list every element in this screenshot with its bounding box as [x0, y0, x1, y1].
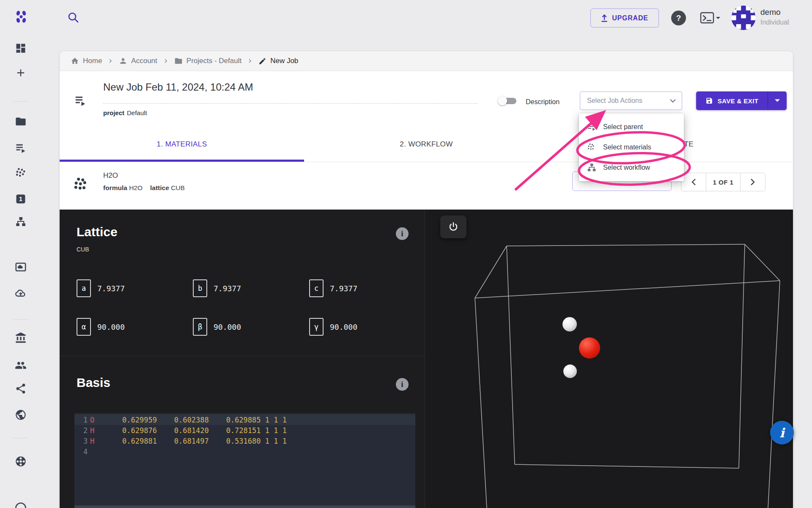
structure-viewer-canvas[interactable]: i [425, 210, 793, 508]
sidebar-item-workflows[interactable] [15, 216, 27, 228]
param-value: 7.9377 [214, 284, 241, 293]
job-title: New Job Feb 11, 2024, 10:24 AM [103, 81, 253, 93]
wheel-icon [15, 456, 27, 467]
lattice-param-b[interactable]: b 7.9377 [193, 279, 241, 297]
search-icon[interactable] [67, 11, 80, 24]
share-icon [15, 383, 27, 395]
element-symbol: H [90, 437, 122, 445]
param-value: 90.000 [97, 323, 125, 331]
project-label: project [103, 109, 124, 116]
lattice-param-gamma[interactable]: γ 90.000 [309, 318, 357, 336]
breadcrumb-home[interactable]: Home [71, 57, 102, 65]
sidebar-item-organization[interactable] [15, 332, 27, 344]
tab-materials[interactable]: 1. MATERIALS [60, 127, 304, 162]
org-chart-icon [587, 163, 597, 173]
user-plan: Individual [760, 19, 789, 26]
caret-down-icon [670, 99, 676, 103]
save-options-button[interactable] [768, 91, 787, 110]
basis-info-button[interactable]: i [396, 378, 409, 391]
terminal-icon [700, 11, 721, 25]
breadcrumb-current-new-job: New Job [258, 57, 298, 65]
breadcrumb-label: Account [131, 57, 157, 65]
line-number: 4 [74, 447, 90, 456]
sidebar-item-share[interactable] [15, 383, 27, 395]
sidebar-item-jobs[interactable] [15, 142, 27, 154]
help-button[interactable]: ? [671, 11, 686, 25]
caret-down-icon [774, 99, 781, 103]
menu-item-select-materials[interactable]: Select materials [579, 137, 684, 157]
basis-code-editor[interactable]: 1 O 0.629959 0.602388 0.629885 1 1 1 2 H… [74, 413, 415, 508]
save-exit-label: SAVE & EXIT [718, 97, 759, 105]
pager-prev-button[interactable] [681, 173, 706, 191]
param-value: 7.9377 [97, 284, 125, 293]
project-value: Default [127, 109, 147, 116]
pager-next-button[interactable] [741, 173, 765, 191]
viewer-info-button[interactable]: i [770, 421, 794, 444]
lattice-param-c[interactable]: c 7.9377 [309, 279, 357, 297]
atoms-dots-icon [15, 167, 27, 179]
breadcrumb-account[interactable]: Account [119, 57, 157, 65]
sidebar-item-batch-jobs[interactable]: 1 [15, 193, 27, 205]
job-actions-label: Select Job Actions [587, 97, 670, 105]
sidebar-item-team[interactable] [15, 359, 27, 371]
line-number: 2 [74, 426, 90, 435]
breadcrumb-projects[interactable]: Projects - Default [174, 57, 241, 65]
project-line: projectDefault [103, 109, 147, 116]
sidebar-item-media[interactable] [15, 261, 27, 273]
info-icon: i [401, 380, 403, 389]
basis-line: 4 [74, 446, 415, 457]
param-value: 90.000 [214, 323, 241, 331]
console-menu-button[interactable] [700, 11, 721, 25]
sidebar-item-dashboard[interactable] [15, 42, 27, 54]
atom-hydrogen [563, 364, 577, 378]
coordinates: 0.629881 0.681497 0.531680 1 1 1 [122, 437, 287, 445]
basis-line: 2 H 0.629876 0.681420 0.728151 1 1 1 [74, 425, 415, 436]
param-symbol: b [193, 279, 207, 297]
sidebar-divider [13, 319, 28, 320]
menu-item-select-workflow[interactable]: Select workflow [579, 157, 684, 178]
power-icon [448, 221, 459, 232]
job-actions-menu: Select parent Select materials Select wo… [579, 113, 684, 181]
sidebar-item-partial-bottom[interactable] [15, 502, 27, 508]
lattice-type: CUB [77, 246, 89, 253]
breadcrumb: Home Account Projects - Default New Job [60, 51, 793, 71]
lattice-param-alpha[interactable]: α 90.000 [77, 318, 125, 336]
basis-title: Basis [77, 375, 110, 390]
param-symbol: β [193, 318, 207, 336]
lattice-param-beta[interactable]: β 90.000 [193, 318, 241, 336]
globe-icon [15, 409, 27, 421]
save-exit-main[interactable]: SAVE & EXIT [696, 91, 768, 110]
viewer-power-button[interactable] [440, 215, 466, 238]
job-title-field[interactable]: New Job Feb 11, 2024, 10:24 AM [103, 81, 478, 104]
lattice-info-button[interactable]: i [396, 227, 409, 240]
save-icon [705, 97, 713, 105]
unit-cell-wireframe [425, 210, 793, 508]
sidebar-item-materials[interactable] [15, 167, 27, 179]
folder-icon [15, 116, 27, 127]
lattice-param-a[interactable]: a 7.9377 [77, 279, 125, 297]
job-actions-select[interactable]: Select Job Actions [580, 91, 682, 110]
sidebar-divider [13, 438, 28, 438]
toggle-knob [498, 96, 507, 105]
param-symbol: c [309, 279, 324, 297]
sidebar-item-create-new[interactable] [15, 67, 27, 79]
dashboard-icon [15, 42, 27, 54]
tab-label: 1. MATERIALS [157, 140, 207, 149]
sidebar-item-projects[interactable] [15, 116, 27, 127]
pencil-icon [258, 57, 266, 65]
sidebar-item-web[interactable] [15, 409, 27, 421]
menu-item-select-parent[interactable]: Select parent [579, 117, 684, 137]
material-meta: formula H2Olattice CUB [103, 184, 185, 192]
editor-scrollbar[interactable] [74, 505, 415, 508]
user-avatar[interactable] [731, 6, 756, 30]
save-exit-button[interactable]: SAVE & EXIT [696, 91, 787, 110]
sidebar-item-help-center[interactable] [15, 456, 27, 467]
description-toggle[interactable] [498, 95, 518, 107]
tab-workflow[interactable]: 2. WORKFLOW [304, 127, 549, 162]
upgrade-button[interactable]: UPGRADE [590, 8, 659, 28]
menu-item-label: Select materials [603, 144, 651, 151]
pager-page-label: 1 OF 1 [706, 173, 741, 191]
people-icon [15, 359, 27, 371]
sidebar-item-cloud-upload[interactable] [15, 287, 27, 299]
description-label: Description [526, 97, 560, 108]
